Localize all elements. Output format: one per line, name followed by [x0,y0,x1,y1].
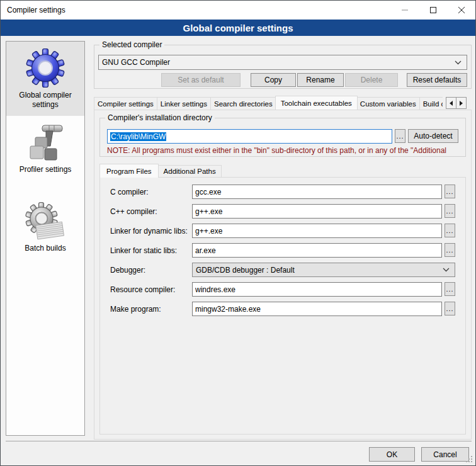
tab-linker-settings[interactable]: Linker settings [157,97,211,110]
window-title: Compiler settings [1,6,65,14]
tab-scroll-left-button[interactable] [446,97,456,109]
selected-compiler-group: Selected compiler GNU GCC Compiler Set a… [94,45,472,89]
resource-compiler-row: Resource compiler: ... [110,282,455,297]
rename-button[interactable]: Rename [297,73,344,87]
close-icon [458,7,465,13]
gray-gear-stack-icon [25,201,65,241]
installation-note: NOTE: All programs must exist either in … [107,146,458,155]
linker-static-browse-button[interactable]: ... [445,243,455,257]
c-compiler-label: C compiler: [110,188,192,196]
main-content: Selected compiler GNU GCC Compiler Set a… [94,41,472,440]
cpp-compiler-input[interactable] [192,204,442,219]
tab-scroll-right-button[interactable] [456,97,467,109]
sidebar-item-global-compiler-settings[interactable]: Global compiler settings [6,42,84,116]
cancel-button[interactable]: Cancel [421,447,469,462]
browse-directory-button[interactable]: ... [395,129,405,143]
footer-separator [6,441,472,441]
tab-additional-paths[interactable]: Additional Paths [158,165,222,177]
resize-grip[interactable] [466,456,473,463]
cpp-compiler-label: C++ compiler: [110,207,192,216]
linker-dynamic-browse-button[interactable]: ... [445,224,455,237]
linker-static-input[interactable] [192,243,442,258]
sidebar-item-label: Batch builds [8,244,83,253]
installation-directory-row: C:\raylib\MinGW ... Auto-detect [107,129,458,144]
compiler-buttons-row: Set as default Copy Rename Delete Reset … [98,73,467,87]
linker-dynamic-label: Linker for dynamic libs: [110,227,192,236]
window-controls [390,1,475,20]
selected-compiler-dropdown[interactable]: GNU GCC Compiler [98,55,467,70]
set-as-default-button: Set as default [161,73,241,87]
tab-toolchain-executables[interactable]: Toolchain executables [275,96,358,110]
debugger-value: GDB/CDB debugger : Default [196,266,443,275]
tab-custom-variables[interactable]: Custom variables [356,97,420,110]
close-button[interactable] [447,1,475,20]
maximize-icon [430,7,436,13]
settings-category-list: Global compiler settings [6,41,85,436]
debugger-row: Debugger: GDB/CDB debugger : Default [110,263,455,277]
installation-directory-input[interactable]: C:\raylib\MinGW [107,129,392,144]
linker-static-label: Linker for static libs: [110,246,192,255]
copy-button[interactable]: Copy [251,73,296,87]
resource-compiler-browse-button[interactable]: ... [445,282,455,296]
reset-defaults-button[interactable]: Reset defaults [407,73,467,87]
tab-compiler-settings[interactable]: Compiler settings [94,97,157,110]
make-program-label: Make program: [110,305,192,314]
debugger-dropdown[interactable]: GDB/CDB debugger : Default [192,263,455,277]
caliper-blocks-icon [25,122,65,162]
banner-title: Global compiler settings [183,23,293,33]
resource-compiler-label: Resource compiler: [110,285,192,294]
toolchain-executables-panel: Compiler's installation directory C:\ray… [94,110,472,440]
debugger-label: Debugger: [110,266,192,275]
c-compiler-input[interactable] [192,185,442,199]
linker-static-row: Linker for static libs: ... [110,243,455,258]
maximize-button[interactable] [419,1,447,20]
blue-gear-icon [25,48,65,88]
make-program-input[interactable] [192,302,442,316]
cpp-compiler-row: C++ compiler: ... [110,204,455,219]
minimize-icon [402,7,408,13]
dialog-banner: Global compiler settings [1,20,475,36]
settings-tabstrip: Compiler settings Linker settings Search… [94,95,472,110]
linker-dynamic-input[interactable] [192,224,442,238]
ok-button[interactable]: OK [369,447,415,462]
selected-compiler-value: GNU GCC Compiler [102,58,455,67]
installation-directory-selected-text: C:\raylib\MinGW [110,132,166,141]
toolchain-inner-tabstrip: Program Files Additional Paths [99,163,466,177]
sidebar-item-batch-builds[interactable]: Batch builds [6,195,84,259]
tab-scroll-arrows [446,97,467,109]
make-program-browse-button[interactable]: ... [445,302,455,315]
compiler-settings-dialog: Compiler settings Global compiler settin… [0,0,476,466]
selected-compiler-group-label: Selected compiler [99,40,164,49]
sidebar-item-profiler-settings[interactable]: Profiler settings [6,116,84,181]
c-compiler-browse-button[interactable]: ... [445,185,455,198]
auto-detect-button[interactable]: Auto-detect [408,129,458,143]
sidebar-item-label: Global compiler settings [8,91,83,110]
installation-directory-group-label: Compiler's installation directory [105,113,215,122]
make-program-row: Make program: ... [110,302,455,316]
minimize-button[interactable] [390,1,419,20]
program-files-panel: C compiler: ... C++ compiler: ... Linker… [99,177,466,435]
linker-dynamic-row: Linker for dynamic libs: ... [110,224,455,238]
resource-compiler-input[interactable] [192,282,442,297]
chevron-down-icon [443,268,450,272]
arrow-left-icon [450,101,453,106]
delete-button: Delete [345,73,398,87]
tabs-clip: Compiler settings Linker settings Search… [94,95,443,110]
cpp-compiler-browse-button[interactable]: ... [445,204,455,218]
chevron-down-icon [455,60,462,65]
titlebar: Compiler settings [1,1,475,20]
tab-program-files[interactable]: Program Files [99,164,159,178]
c-compiler-row: C compiler: ... [110,185,455,199]
installation-directory-group: Compiler's installation directory C:\ray… [99,118,466,157]
arrow-right-icon [460,101,463,106]
sidebar-item-label: Profiler settings [8,165,83,174]
tab-build-options[interactable]: Build options [419,97,443,110]
tab-search-directories[interactable]: Search directories [210,97,276,110]
